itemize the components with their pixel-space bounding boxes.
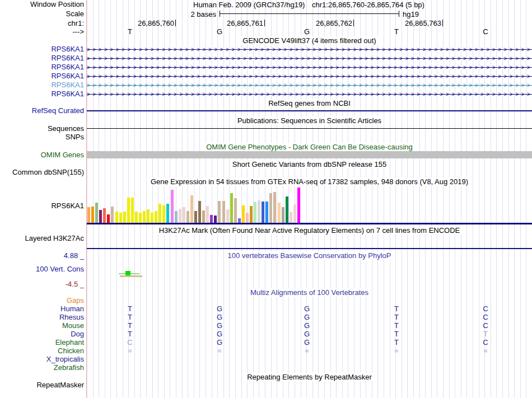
gtex-tissue-bar[interactable]: [265, 202, 268, 223]
gtex-tissue-bar[interactable]: [234, 198, 237, 223]
dbsnp-track-title: Short Genetic Variants from dbSNP releas…: [87, 161, 532, 168]
scale-label: Scale: [0, 10, 84, 18]
species-label-x_tropicalis[interactable]: X_tropicalis: [0, 355, 84, 363]
h3k27ac-baseline: [87, 248, 532, 249]
gtex-tissue-bar[interactable]: [262, 202, 264, 223]
sequences-feature[interactable]: [87, 128, 532, 129]
gtex-tissue-bar[interactable]: [162, 205, 165, 223]
phylop-track-label[interactable]: 100 Vert. Cons: [0, 265, 84, 273]
alignment-base: T: [393, 339, 400, 347]
gtex-tissue-bar[interactable]: [87, 207, 90, 223]
gtex-tissue-bar[interactable]: [290, 212, 292, 223]
phylop-negative-band[interactable]: [120, 275, 142, 277]
gtex-tissue-bar[interactable]: [230, 193, 233, 223]
gtex-tissue-bar[interactable]: [210, 215, 213, 223]
gtex-tissue-bar[interactable]: [226, 209, 229, 223]
gtex-tissue-bar[interactable]: [115, 212, 118, 223]
gtex-tissue-bar[interactable]: [111, 207, 114, 223]
gtex-tissue-bar[interactable]: [214, 216, 217, 223]
gtex-tissue-bar[interactable]: [293, 204, 296, 223]
gene-transcript-row[interactable]: >>>>>>>>>>>>>>>>>>>>>>>>>>>>>>>>>>>>>>>>…: [87, 64, 532, 71]
gtex-tissue-bar[interactable]: [91, 207, 94, 223]
gtex-tissue-bar[interactable]: [158, 204, 161, 223]
gtex-tissue-bar[interactable]: [250, 206, 253, 223]
gtex-tissue-bar[interactable]: [246, 213, 249, 223]
gtex-tissue-bar[interactable]: [278, 203, 281, 223]
gtex-tissue-bar[interactable]: [151, 213, 153, 223]
gtex-tissue-bar[interactable]: [107, 214, 110, 223]
gtex-tissue-bar[interactable]: [190, 195, 193, 223]
gtex-tissue-bar[interactable]: [282, 207, 284, 223]
species-label-human[interactable]: Human: [0, 305, 84, 313]
gene-transcript-row[interactable]: >>>>>>>>>>>>>>>>>>>>>>>>>>>>>>>>>>>>>>>>…: [87, 46, 532, 53]
gtex-tissue-bar[interactable]: [103, 208, 106, 223]
repeatmasker-label[interactable]: RepeatMasker: [0, 381, 84, 389]
species-label-rhesus[interactable]: Rhesus: [0, 313, 84, 321]
gtex-gene-label[interactable]: RPS6KA1: [0, 202, 84, 210]
refseq-curated-feature[interactable]: [87, 110, 532, 111]
gtex-track-title: Gene Expression in 54 tissues from GTEx …: [87, 178, 532, 186]
gene-transcript-label[interactable]: RPS6KA1: [0, 72, 84, 80]
gtex-tissue-bar[interactable]: [238, 218, 241, 223]
chrom-label: chr1:: [0, 20, 84, 27]
gtex-tissue-bar[interactable]: [206, 206, 209, 223]
gtex-tissue-bar[interactable]: [155, 211, 157, 223]
gtex-tissue-bar[interactable]: [171, 190, 174, 223]
multiz-track-title: Multiz Alignments of 100 Vertebrates: [87, 289, 532, 297]
gene-transcript-row[interactable]: >>>>>>>>>>>>>>>>>>>>>>>>>>>>>>>>>>>>>>>>…: [87, 82, 532, 89]
omim-genes-label[interactable]: OMIM Genes: [0, 151, 84, 159]
species-label-elephant[interactable]: Elephant: [0, 339, 84, 347]
gtex-tissue-bar[interactable]: [258, 200, 260, 223]
species-label-zebrafish[interactable]: Zebrafish: [0, 364, 84, 372]
gene-transcript-label[interactable]: RPS6KA1: [0, 63, 84, 71]
gtex-tissue-bar[interactable]: [99, 210, 102, 223]
gtex-tissue-bar[interactable]: [242, 205, 245, 223]
gtex-tissue-bar[interactable]: [175, 211, 178, 223]
gtex-tissue-bar[interactable]: [119, 213, 122, 223]
gtex-tissue-bar[interactable]: [186, 211, 189, 223]
reference-base: G: [302, 28, 311, 36]
gtex-tissue-bar[interactable]: [286, 196, 288, 223]
gene-transcript-row[interactable]: >>>>>>>>>>>>>>>>>>>>>>>>>>>>>>>>>>>>>>>>…: [87, 91, 532, 98]
gtex-tissue-bar[interactable]: [183, 207, 185, 223]
gene-transcript-label[interactable]: RPS6KA1: [0, 45, 84, 53]
gtex-tissue-bar[interactable]: [202, 210, 205, 223]
gene-transcript-label[interactable]: RPS6KA1: [0, 81, 84, 89]
gene-transcript-row[interactable]: >>>>>>>>>>>>>>>>>>>>>>>>>>>>>>>>>>>>>>>>…: [87, 73, 532, 80]
gene-transcript-label[interactable]: RPS6KA1: [0, 90, 84, 98]
gtex-tissue-bar[interactable]: [135, 212, 138, 223]
h3k27ac-track-title: H3K27Ac Mark (Often Found Near Active Re…: [87, 227, 532, 235]
gtex-tissue-bar[interactable]: [95, 203, 98, 223]
gtex-tissue-bar[interactable]: [218, 201, 221, 223]
gene-transcript-row[interactable]: >>>>>>>>>>>>>>>>>>>>>>>>>>>>>>>>>>>>>>>>…: [87, 55, 532, 62]
snps-label[interactable]: SNPs: [0, 133, 84, 141]
alignment-base: G: [216, 339, 223, 347]
common-dbsnp-label[interactable]: Common dbSNP(155): [0, 168, 84, 176]
gtex-tissue-bar[interactable]: [222, 201, 225, 223]
gtex-tissue-bar[interactable]: [179, 209, 181, 223]
gtex-tissue-bar[interactable]: [147, 209, 150, 223]
gtex-tissue-bar[interactable]: [139, 213, 142, 223]
refseq-curated-label[interactable]: RefSeq Curated: [0, 107, 84, 115]
species-label-chicken[interactable]: Chicken: [0, 347, 84, 355]
gtex-tissue-bar[interactable]: [254, 202, 256, 223]
reference-base: T: [392, 28, 401, 36]
species-label-gaps[interactable]: Gaps: [0, 297, 84, 305]
gtex-tissue-bar[interactable]: [269, 193, 272, 223]
layered-h3k27ac-label[interactable]: Layered H3K27Ac: [0, 235, 84, 242]
gtex-tissue-bar[interactable]: [127, 198, 130, 223]
gtex-tissue-bar[interactable]: [273, 192, 276, 223]
gtex-tissue-bar[interactable]: [143, 211, 146, 223]
sequences-label[interactable]: Sequences: [0, 125, 84, 133]
gtex-tissue-bar[interactable]: [166, 204, 169, 223]
gtex-tissue-bar[interactable]: [198, 201, 201, 223]
omim-gene-bar[interactable]: [87, 151, 532, 158]
gtex-tissue-bar[interactable]: [123, 212, 126, 223]
gene-transcript-label[interactable]: RPS6KA1: [0, 54, 84, 62]
genome-label: hg19: [403, 10, 419, 18]
gtex-tissue-bar[interactable]: [131, 198, 134, 223]
species-label-dog[interactable]: Dog: [0, 330, 84, 338]
gtex-tissue-bar[interactable]: [297, 188, 300, 223]
gtex-tissue-bar[interactable]: [194, 211, 197, 223]
species-label-mouse[interactable]: Mouse: [0, 322, 84, 330]
